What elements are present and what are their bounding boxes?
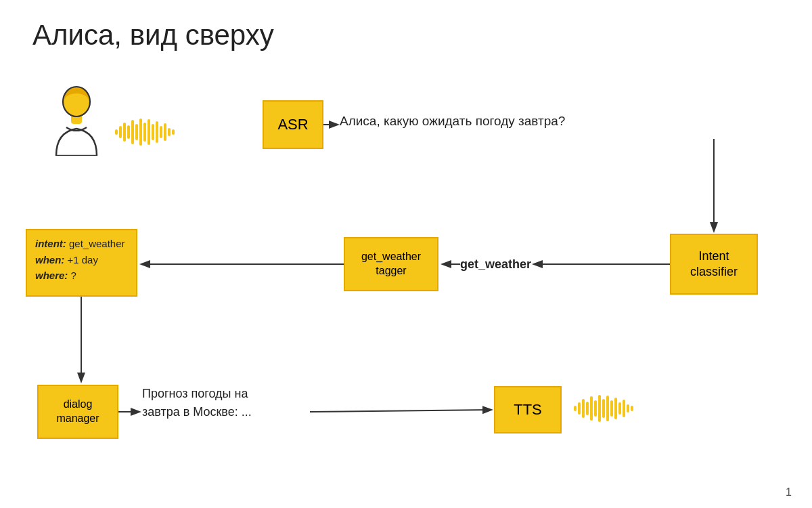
get-weather-label: get_weather [460, 257, 531, 272]
tts-box: TTS [494, 386, 562, 433]
sound-wave-output [574, 395, 633, 422]
sound-wave-input [115, 119, 175, 146]
intent-classifier-label: Intent classifier [690, 249, 738, 280]
tagger-box: get_weather tagger [344, 237, 438, 291]
tagger-label: get_weather tagger [361, 250, 421, 278]
page-number: 1 [786, 486, 792, 499]
person-icon [46, 81, 107, 158]
intent-classifier-box: Intent classifier [670, 234, 758, 295]
dialog-manager-box: dialog manager [37, 385, 118, 439]
intent-line3: where: ? [35, 269, 76, 282]
intent-line2: when: +1 day [35, 253, 98, 267]
tts-label: TTS [514, 400, 542, 420]
page-title: Алиса, вид сверху [32, 19, 274, 51]
asr-output-text: Алиса, какую ожидать погоду завтра? [340, 114, 565, 129]
dialog-output-text: Прогноз погоды на завтра в Москве: ... [142, 385, 252, 421]
svg-line-10 [310, 410, 491, 412]
intent-result-box: intent: get_weather when: +1 day where: … [26, 229, 137, 297]
asr-box: ASR [263, 100, 323, 149]
asr-label: ASR [277, 115, 308, 135]
dialog-manager-label: dialog manager [56, 398, 99, 426]
intent-line1: intent: get_weather [35, 237, 125, 251]
